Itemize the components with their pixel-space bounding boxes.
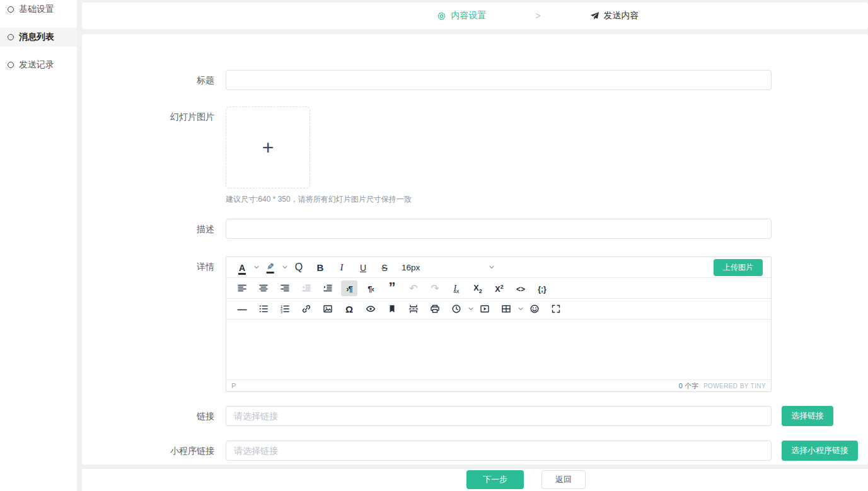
media-icon	[480, 304, 490, 314]
clock-icon	[451, 304, 461, 314]
sidebar-item-0[interactable]: 基础设置	[0, 0, 77, 19]
link-input[interactable]	[226, 406, 772, 426]
editor-toolbar-row1: A✎QBIUS16px上传图片	[226, 257, 771, 278]
page-break-icon	[408, 304, 419, 314]
strikethrough-button[interactable]: S	[376, 260, 393, 275]
code-sample-button[interactable]: {;}	[534, 280, 550, 296]
element-path[interactable]: P	[231, 382, 236, 390]
next-step-button[interactable]: 下一步	[466, 470, 524, 489]
title-input[interactable]	[226, 70, 772, 90]
description-label: 描述	[82, 219, 221, 239]
sidebar-item-label: 消息列表	[19, 32, 54, 43]
indent-button[interactable]	[320, 280, 336, 296]
superscript-button[interactable]: X2	[491, 280, 507, 296]
back-button[interactable]: 返回	[541, 470, 586, 489]
step-label: 发送内容	[604, 10, 639, 21]
table-button[interactable]	[498, 301, 514, 317]
chevron-down-icon[interactable]	[253, 264, 260, 270]
subscript-button[interactable]: X2	[470, 280, 486, 296]
print-icon	[430, 304, 440, 314]
text-color-icon: A	[238, 262, 246, 273]
description-input[interactable]	[226, 219, 772, 239]
svg-text:3: 3	[281, 310, 282, 314]
bullet-list-icon	[258, 304, 269, 314]
page-break-button[interactable]	[405, 301, 422, 317]
italic-button[interactable]: I	[333, 260, 350, 275]
align-right-icon	[280, 283, 290, 293]
special-character-button[interactable]: Ω	[341, 301, 357, 317]
rich-text-editor: A✎QBIUS16px上传图片 ›¶¶‹”↶↷IxX2X2<>{;} —123Ω…	[226, 257, 772, 392]
word-count: 0 个字	[679, 381, 698, 391]
form-card: 标题 幻灯片图片 + 建议尺寸:640 * 350，请将所有幻灯片图片尺寸保持一…	[82, 34, 868, 465]
search-replace-button[interactable]: Q	[291, 260, 307, 275]
sidebar-item-2[interactable]: 发送记录	[0, 55, 77, 74]
editor-toolbar-row3: —123Ω	[226, 299, 771, 320]
fullscreen-icon	[551, 304, 561, 314]
font-size-select[interactable]: 16px	[402, 263, 495, 272]
underline-button[interactable]: U	[355, 260, 371, 275]
code-icon: <>	[516, 283, 525, 294]
image-icon	[323, 304, 333, 314]
emoticons-button[interactable]	[526, 301, 543, 317]
preview-button[interactable]	[362, 301, 379, 317]
insert-image-button[interactable]	[320, 301, 336, 317]
slides-label: 幻灯片图片	[82, 110, 221, 123]
send-icon	[590, 11, 599, 21]
align-center-button[interactable]	[255, 280, 272, 296]
miniprogram-link-label: 小程序链接	[82, 441, 221, 461]
horizontal-rule-button[interactable]: —	[234, 301, 250, 317]
outdent-button	[298, 280, 315, 296]
tiny-brand[interactable]: POWERED BY TINY	[703, 383, 766, 390]
upload-image-button[interactable]: 上传图片	[714, 259, 763, 276]
subscript-icon: X2	[473, 282, 482, 294]
code-button[interactable]: <>	[512, 280, 529, 296]
sidebar-item-1[interactable]: 消息列表	[0, 28, 77, 47]
blockquote-button[interactable]: ”	[384, 280, 400, 296]
print-button[interactable]	[427, 301, 443, 317]
upload-hint: 建议尺寸:640 * 350，请将所有幻灯片图片尺寸保持一致	[226, 194, 772, 205]
choose-link-button[interactable]: 选择链接	[782, 406, 833, 426]
bold-icon: B	[317, 262, 324, 273]
align-center-icon	[258, 283, 269, 293]
text-color-button[interactable]: A	[234, 260, 250, 275]
miniprogram-link-input[interactable]	[226, 441, 772, 461]
undo-button: ↶	[405, 280, 422, 296]
fullscreen-button[interactable]	[548, 301, 564, 317]
step-1[interactable]: 内容设置	[437, 10, 486, 21]
choose-miniprogram-link-button[interactable]: 选择小程序链接	[782, 441, 858, 461]
background-color-button[interactable]: ✎	[262, 260, 279, 275]
outdent-icon	[301, 283, 311, 293]
image-upload-dropzone[interactable]: +	[226, 107, 310, 188]
align-left-button[interactable]	[234, 280, 250, 296]
bullet-list-button[interactable]	[255, 301, 272, 317]
redo-button: ↷	[427, 280, 443, 296]
link-button[interactable]	[298, 301, 315, 317]
anchor-button[interactable]	[384, 301, 400, 317]
title-label: 标题	[82, 70, 221, 90]
sidebar: 基础设置消息列表发送记录	[0, 0, 77, 491]
link-label: 链接	[82, 406, 221, 426]
bookmark-icon	[387, 304, 397, 314]
table-icon	[501, 304, 511, 314]
gear-icon	[437, 11, 446, 21]
align-right-button[interactable]	[277, 280, 293, 296]
editor-content-area[interactable]	[226, 320, 771, 379]
rtl-button[interactable]: ¶‹	[362, 280, 379, 296]
link-icon	[301, 304, 311, 314]
insert-datetime-button[interactable]	[448, 301, 465, 317]
highlighter-icon: ✎	[267, 261, 274, 274]
redo-icon: ↷	[431, 282, 439, 294]
chevron-down-icon[interactable]	[468, 306, 474, 312]
chevron-down-icon[interactable]	[282, 264, 288, 270]
bold-button[interactable]: B	[312, 260, 328, 275]
step-2[interactable]: 发送内容	[590, 10, 639, 21]
chevron-down-icon	[489, 264, 495, 270]
undo-icon: ↶	[409, 282, 417, 294]
footer-bar: 下一步 返回	[82, 469, 868, 491]
ltr-button[interactable]: ›¶	[341, 280, 357, 296]
align-left-icon	[237, 283, 247, 293]
numbered-list-button[interactable]: 123	[277, 301, 293, 317]
clear-formatting-button[interactable]: Ix	[448, 280, 465, 296]
chevron-down-icon[interactable]	[518, 306, 524, 312]
insert-media-button[interactable]	[477, 301, 493, 317]
